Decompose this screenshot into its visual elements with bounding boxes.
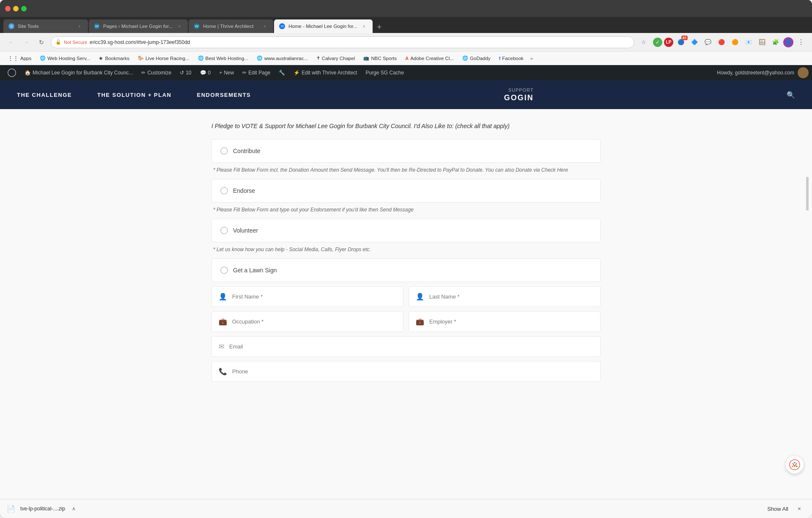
email-field[interactable]: ✉ (211, 336, 601, 357)
wp-admin-right: Howdy, goldstreetent@yahoo.com (713, 67, 809, 78)
new-tab-button[interactable]: + (373, 21, 385, 33)
endorse-note: * Please Fill Below Form and type out yo… (211, 206, 601, 214)
tab-pages[interactable]: W Pages ‹ Michael Lee Gogin for... × (89, 19, 188, 33)
contribute-option[interactable]: Contribute (211, 139, 601, 163)
bookmark-nbc-sports[interactable]: 📺 NBC Sports (360, 53, 400, 63)
ext-badge[interactable]: 🔵 87 (675, 36, 687, 48)
more-bookmarks[interactable]: » (529, 53, 535, 63)
godaddy-icon: 🌐 (462, 55, 468, 61)
contribute-radio[interactable] (220, 147, 228, 155)
wp-customize[interactable]: ✏ Customize (137, 65, 176, 80)
bookmark-bookmarks[interactable]: ★ Bookmarks (95, 53, 133, 63)
bookmark-star-button[interactable]: ☆ (638, 36, 650, 48)
thrive-float-button[interactable] (786, 456, 804, 474)
bookmark-calvary[interactable]: ✝ Calvary Chapel (313, 53, 359, 63)
wp-site-name[interactable]: 🏠 Michael Lee Gogin for Burbank City Cou… (20, 65, 137, 80)
employer-field[interactable]: 💼 (409, 311, 601, 332)
wp-updates[interactable]: ↺ 10 (176, 65, 195, 80)
godaddy-label: GoDaddy (470, 56, 491, 61)
volunteer-option[interactable]: Volunteer (211, 219, 601, 242)
minimize-button[interactable] (13, 6, 19, 11)
more-options-button[interactable]: ⋮ (795, 36, 807, 48)
lawn-sign-radio[interactable] (220, 266, 228, 274)
tab-close-thrive[interactable]: × (261, 23, 268, 30)
tab-site-tools[interactable]: S Site Tools × (3, 19, 88, 33)
security-icon: 🔓 (55, 39, 61, 45)
tab-title-site-tools: Site Tools (18, 24, 73, 29)
ext-lastpass[interactable]: LP (664, 38, 673, 47)
person-icon-first: 👤 (219, 293, 227, 301)
bookmark-godaddy[interactable]: 🌐 GoDaddy (459, 53, 494, 63)
wp-comments[interactable]: 💬 0 (196, 65, 215, 80)
adobe-icon: A (405, 56, 409, 61)
ext-mail[interactable]: 📧 (743, 36, 754, 48)
tab-close-site-tools[interactable]: × (76, 23, 83, 30)
volunteer-radio[interactable] (220, 227, 228, 234)
ext-red-circle[interactable]: 🔴 (716, 36, 727, 48)
bookmark-facebook[interactable]: f Facebook (496, 53, 527, 63)
forward-button[interactable]: → (20, 36, 32, 48)
phone-field[interactable]: 📞 (211, 361, 601, 382)
wp-new[interactable]: + New (215, 65, 238, 80)
bookmark-horse-racing[interactable]: 🐎 Live Horse Racing... (134, 53, 193, 63)
occupation-field[interactable]: 💼 (211, 311, 403, 332)
phone-input[interactable] (232, 368, 593, 375)
email-input[interactable] (229, 343, 593, 350)
tab-home[interactable]: H Home - Michael Lee Gogin for... × (274, 19, 372, 33)
download-chevron-icon[interactable]: ∧ (72, 506, 76, 512)
bookmarks-label: Bookmarks (105, 56, 129, 61)
volunteer-note: * Let us know how you can help - Social … (211, 246, 601, 253)
last-name-input[interactable] (429, 293, 593, 300)
ext-orange[interactable]: 🟠 (729, 36, 741, 48)
admin-avatar[interactable] (798, 67, 809, 78)
first-name-input[interactable] (232, 293, 396, 300)
lawn-sign-option[interactable]: Get a Lawn Sign (211, 258, 601, 282)
download-bar: 📄 tve-lp-political-....zip ∧ Show All × (0, 499, 812, 518)
scrollbar[interactable] (806, 177, 809, 211)
ext-avatar[interactable]: 👤 (783, 37, 793, 47)
bookmark-best-web[interactable]: 🌐 Best Web Hosting... (195, 53, 252, 63)
tab-close-pages[interactable]: × (176, 23, 183, 30)
wp-logo-button[interactable] (3, 65, 20, 80)
maximize-button[interactable] (21, 6, 27, 11)
content-inner: I Pledge to VOTE & Support for Michael L… (203, 122, 609, 382)
ext-checkmark[interactable]: ✓ (653, 38, 662, 47)
search-icon[interactable]: 🔍 (787, 91, 795, 99)
wp-purge-cache[interactable]: Purge SG Cache (361, 65, 408, 80)
tab-thrive[interactable]: W Home | Thrive Architect × (189, 19, 273, 33)
support-top-label: SUPPORT (508, 88, 534, 93)
last-name-field[interactable]: 👤 (409, 286, 601, 307)
wp-edit-thrive[interactable]: ⚡ Edit with Thrive Architect (289, 65, 361, 80)
wp-edit-page[interactable]: ✏ Edit Page (238, 65, 274, 80)
url-bar[interactable]: 🔓 Not Secure ericc39.sg-host.com/#tve-ju… (51, 36, 634, 48)
svg-point-2 (792, 466, 793, 467)
url-text: ericc39.sg-host.com/#tve-jump-173eef350d… (90, 39, 630, 45)
show-all-button[interactable]: Show All (767, 506, 788, 512)
occupation-input[interactable] (232, 318, 396, 325)
ext-microsoft[interactable]: 🪟 (756, 36, 768, 48)
wp-thrive-icon-button[interactable]: 🔧 (274, 65, 289, 80)
download-close-button[interactable]: × (793, 503, 805, 515)
tab-close-home[interactable]: × (361, 23, 368, 30)
nav-the-challenge[interactable]: THE CHALLENGE (17, 92, 72, 98)
endorse-radio[interactable] (220, 187, 228, 195)
ext-chat[interactable]: 💬 (702, 36, 714, 48)
briefcase-icon-employer: 💼 (416, 318, 424, 326)
bookmark-web-hosting[interactable]: 🌐 Web Hosting Serv... (36, 53, 93, 63)
employer-input[interactable] (429, 318, 593, 325)
endorse-option[interactable]: Endorse (211, 179, 601, 203)
bookmark-apps[interactable]: ⋮⋮ Apps (4, 53, 35, 63)
bookmark-adobe[interactable]: A Adobe Creative Cl... (402, 53, 457, 63)
refresh-button[interactable]: ↻ (36, 36, 47, 48)
ext-puzzle[interactable]: 🧩 (770, 36, 782, 48)
tabs-bar: S Site Tools × W Pages ‹ Michael Lee Gog… (0, 17, 812, 33)
nav-the-solution[interactable]: THE SOLUTION + PLAN (97, 92, 171, 98)
close-button[interactable] (5, 6, 11, 11)
nav-endorsements[interactable]: ENDORSEMENTS (197, 92, 251, 98)
ext-blue[interactable]: 🔷 (689, 36, 700, 48)
comments-count: 0 (208, 70, 211, 76)
bookmark-australian-rac[interactable]: 🌐 www.australianrac... (253, 53, 311, 63)
back-button[interactable]: ← (5, 36, 17, 48)
first-name-field[interactable]: 👤 (211, 286, 403, 307)
web-hosting-label: Web Hosting Serv... (47, 56, 90, 61)
